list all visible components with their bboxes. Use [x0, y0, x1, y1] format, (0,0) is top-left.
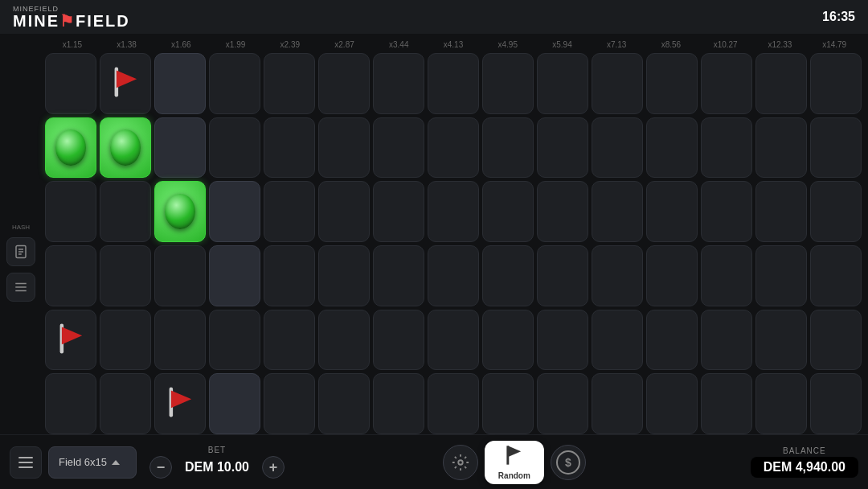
grid-cell[interactable]: [209, 53, 260, 114]
bet-decrease-button[interactable]: −: [149, 456, 172, 479]
grid-cell[interactable]: [100, 310, 151, 371]
grid-cell[interactable]: [100, 373, 151, 434]
grid-cell[interactable]: [592, 310, 643, 371]
grid-cell[interactable]: [482, 373, 534, 434]
grid-cell[interactable]: [428, 117, 479, 179]
grid-cell[interactable]: [264, 310, 315, 371]
grid-cell[interactable]: [537, 245, 588, 306]
grid-cell[interactable]: [154, 245, 206, 306]
grid-cell[interactable]: [45, 245, 96, 306]
grid-cell[interactable]: [428, 373, 479, 434]
grid-cell[interactable]: [701, 53, 752, 114]
grid-cell[interactable]: [154, 53, 206, 114]
grid-cell[interactable]: [45, 53, 96, 114]
grid-cell[interactable]: [428, 53, 479, 114]
grid-cell[interactable]: [154, 373, 206, 434]
grid-cell[interactable]: [428, 245, 479, 306]
grid-cell[interactable]: [373, 181, 424, 242]
grid-cell[interactable]: [755, 373, 807, 434]
grid-cell[interactable]: [810, 117, 862, 179]
grid-cell[interactable]: [592, 117, 643, 179]
grid-cell[interactable]: [646, 53, 698, 114]
grid-cell[interactable]: [482, 53, 534, 114]
grid-cell[interactable]: [264, 53, 315, 114]
grid-cell[interactable]: [592, 53, 643, 114]
grid-cell[interactable]: [537, 181, 588, 242]
grid-cell[interactable]: [810, 53, 862, 114]
grid-cell[interactable]: [373, 117, 424, 179]
grid-cell[interactable]: [209, 181, 260, 242]
grid-cell[interactable]: [537, 53, 588, 114]
currency-button[interactable]: $: [551, 445, 586, 480]
grid-cell[interactable]: [537, 310, 588, 371]
grid-cell[interactable]: [701, 117, 752, 179]
field-selector[interactable]: Field 6x15: [48, 446, 137, 479]
grid-cell[interactable]: [701, 310, 752, 371]
grid-cell[interactable]: [482, 117, 534, 179]
grid-cell[interactable]: [646, 181, 698, 242]
grid-cell[interactable]: [810, 310, 862, 371]
grid-cell[interactable]: [154, 310, 206, 371]
random-button[interactable]: Random: [485, 441, 544, 484]
grid-cell[interactable]: [428, 310, 479, 371]
grid-cell[interactable]: [264, 181, 315, 242]
grid-cell[interactable]: [264, 373, 315, 434]
grid-cell[interactable]: [318, 117, 370, 179]
grid-cell[interactable]: [373, 373, 424, 434]
grid-cell[interactable]: [154, 117, 206, 179]
grid-cell[interactable]: [100, 117, 151, 179]
grid-cell[interactable]: [45, 181, 96, 242]
grid-cell[interactable]: [373, 310, 424, 371]
grid-cell[interactable]: [100, 53, 151, 114]
grid-cell[interactable]: [755, 117, 807, 179]
grid-cell[interactable]: [701, 181, 752, 242]
grid-cell[interactable]: [482, 181, 534, 242]
grid-cell[interactable]: [318, 310, 370, 371]
grid-cell[interactable]: [755, 310, 807, 371]
grid-cell[interactable]: [646, 117, 698, 179]
grid-cell[interactable]: [482, 245, 534, 306]
grid-cell[interactable]: [154, 181, 206, 242]
grid-cell[interactable]: [701, 373, 752, 434]
grid-cell[interactable]: [592, 245, 643, 306]
list-button[interactable]: [6, 273, 35, 302]
grid-cell[interactable]: [810, 373, 862, 434]
grid-cell[interactable]: [373, 245, 424, 306]
grid-cell[interactable]: [755, 181, 807, 242]
grid-cell[interactable]: [318, 245, 370, 306]
hash-button[interactable]: [6, 237, 35, 266]
grid-cell[interactable]: [646, 245, 698, 306]
grid-cell[interactable]: [755, 245, 807, 306]
grid-cell[interactable]: [592, 181, 643, 242]
grid-cell[interactable]: [537, 117, 588, 179]
grid-cell[interactable]: [537, 373, 588, 434]
grid-cell[interactable]: [482, 310, 534, 371]
grid-cell[interactable]: [45, 373, 96, 434]
grid-cell[interactable]: [592, 373, 643, 434]
grid-cell[interactable]: [810, 245, 862, 306]
grid-cell[interactable]: [209, 310, 260, 371]
grid-cell[interactable]: [810, 181, 862, 242]
grid-cell[interactable]: [701, 245, 752, 306]
grid-cell[interactable]: [209, 373, 260, 434]
settings-button[interactable]: [443, 445, 478, 480]
grid-cell[interactable]: [646, 373, 698, 434]
grid-cell[interactable]: [209, 245, 260, 306]
grid-cell[interactable]: [318, 53, 370, 114]
grid-cell[interactable]: [373, 53, 424, 114]
grid-cell[interactable]: [264, 117, 315, 179]
grid-cell[interactable]: [100, 245, 151, 306]
menu-button[interactable]: [10, 446, 42, 479]
grid-cell[interactable]: [646, 310, 698, 371]
grid-cell[interactable]: [318, 181, 370, 242]
grid-cell[interactable]: [264, 245, 315, 306]
grid-cell[interactable]: [45, 310, 96, 371]
grid-cell[interactable]: [428, 181, 479, 242]
multiplier-label: x2.87: [317, 40, 372, 49]
grid-cell[interactable]: [209, 117, 260, 179]
grid-cell[interactable]: [45, 117, 96, 179]
bet-increase-button[interactable]: +: [262, 456, 285, 479]
grid-cell[interactable]: [318, 373, 370, 434]
grid-cell[interactable]: [100, 181, 151, 242]
grid-cell[interactable]: [755, 53, 807, 114]
